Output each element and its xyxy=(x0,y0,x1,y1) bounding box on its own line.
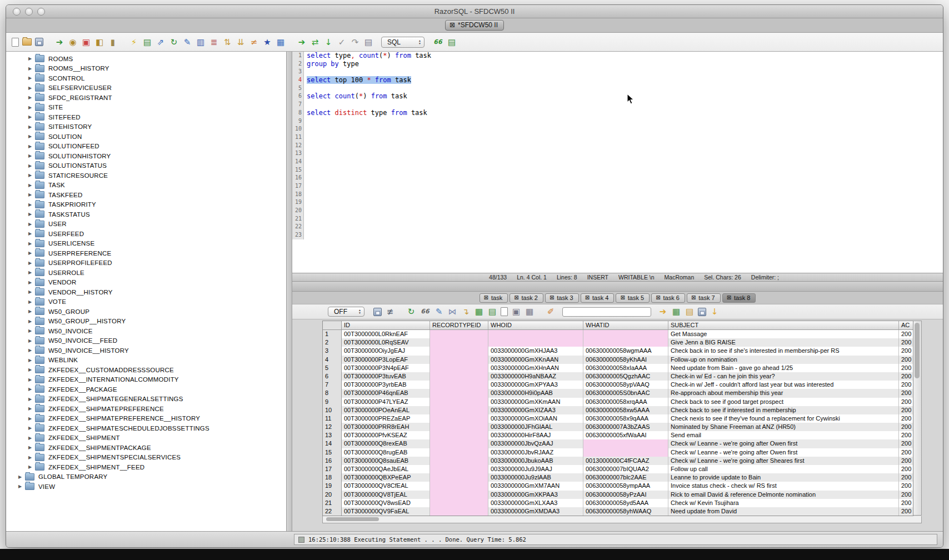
customize-columns-icon[interactable]: ≢ xyxy=(385,307,395,317)
redo-arrow-icon[interactable]: ↷ xyxy=(350,37,360,47)
table-row[interactable]: 400T3000000P3LopEAF0033000000GmXKnAAN006… xyxy=(323,356,913,364)
tree-item-taskpriority[interactable]: ▶TASKPRIORITY xyxy=(6,200,286,210)
export-doc-icon[interactable]: ⇗ xyxy=(156,37,166,47)
tree-item-zkfedex-package[interactable]: ▶ZKFEDEX__PACKAGE xyxy=(6,384,286,394)
table-row[interactable]: 900T3000000P47LYEAZ0033000000GmXKmAAN006… xyxy=(323,398,913,406)
disclosure-triangle-icon[interactable]: ▶ xyxy=(28,114,35,119)
join-view-icon[interactable]: ⋈ xyxy=(447,307,457,317)
disclosure-triangle-icon[interactable]: ▶ xyxy=(28,241,35,246)
download-icon[interactable]: ↓ xyxy=(710,307,720,317)
tree-item-zkfedex-shipmategeneralsettings[interactable]: ▶ZKFEDEX__SHIPMATEGENERALSETTINGS xyxy=(6,394,286,404)
table-row[interactable]: 1800T3000000QBXPeEAP0033000000Ju9zlAAB00… xyxy=(323,473,913,482)
disclosure-triangle-icon[interactable]: ▶ xyxy=(28,144,35,149)
results-list-icon[interactable]: ▤ xyxy=(447,37,457,47)
horizontal-scrollbar-thumb[interactable] xyxy=(326,517,379,521)
disclosure-triangle-icon[interactable]: ▶ xyxy=(28,406,35,411)
table-transfer-icon[interactable]: ▦ xyxy=(276,37,286,47)
copy-rows-icon[interactable]: ▣ xyxy=(511,307,521,317)
table-row[interactable]: 1600T3000000Q8sauEAB0033000000JbukoAAB00… xyxy=(323,457,913,465)
db-disconnect-icon[interactable]: ▣ xyxy=(81,37,91,47)
db-commit-icon[interactable]: ◉ xyxy=(68,37,78,47)
sql-editor[interactable]: 1select type, count(*) from task2group b… xyxy=(292,52,943,273)
result-tab-task-5[interactable]: ⊠task 5 xyxy=(616,293,650,303)
result-tab-task[interactable]: ⊠task xyxy=(480,293,508,303)
disclosure-triangle-icon[interactable]: ▶ xyxy=(28,348,35,353)
close-result-tab-icon[interactable]: ⊠ xyxy=(620,295,625,301)
tree-item-w50-group-history[interactable]: ▶W50_GROUP__HISTORY xyxy=(6,317,286,327)
disclosure-triangle-icon[interactable]: ▶ xyxy=(28,56,35,61)
sql-mode-select[interactable]: SQL ▲▼ xyxy=(381,37,424,48)
tree-item-scontrol[interactable]: ▶SCONTROL xyxy=(6,73,286,83)
close-result-tab-icon[interactable]: ⊠ xyxy=(514,295,518,301)
results-search-input[interactable] xyxy=(562,307,651,317)
tree-item-userprofilefeed[interactable]: ▶USERPROFILEFEED xyxy=(6,258,286,268)
save-results-icon[interactable] xyxy=(373,308,382,316)
view-data-glasses-icon[interactable]: 66 xyxy=(432,37,443,47)
title-bar[interactable]: RazorSQL - SFDCW50 II xyxy=(6,5,943,18)
table-row[interactable]: 1300T3000000PfvKSEAZ0033000000HirF8AAJ00… xyxy=(323,431,913,439)
tree-item-w50-invoice[interactable]: ▶W50_INVOICE xyxy=(6,326,286,336)
result-tab-task-6[interactable]: ⊠task 6 xyxy=(651,293,685,303)
reload-table-icon[interactable]: ▦ xyxy=(474,307,484,317)
tree-item-userlicense[interactable]: ▶USERLICENSE xyxy=(6,239,286,249)
disclosure-triangle-icon[interactable]: ▶ xyxy=(28,455,35,460)
edit-table-icon[interactable]: ▦ xyxy=(671,307,681,317)
column-header-recordtypeid[interactable]: RECORDTYPEID xyxy=(430,321,488,329)
disclosure-triangle-icon[interactable]: ▶ xyxy=(28,251,35,256)
validate-check-icon[interactable]: ✓ xyxy=(337,37,347,47)
table-row[interactable]: 2100T3000000QV8wsEAD0033000000GmXLXAA300… xyxy=(323,499,913,507)
disclosure-triangle-icon[interactable]: ▶ xyxy=(28,183,35,188)
log-doc-icon[interactable]: ▤ xyxy=(363,37,373,47)
result-tab-task-8[interactable]: ⊠task 8 xyxy=(722,293,756,303)
tree-item-vendor[interactable]: ▶VENDOR xyxy=(6,278,286,288)
tree-item-zkfedex-shipment[interactable]: ▶ZKFEDEX__SHIPMENT xyxy=(6,433,286,443)
tree-item-user[interactable]: ▶USER xyxy=(6,219,286,229)
disclosure-triangle-icon[interactable]: ▶ xyxy=(28,222,35,227)
sort-asc-icon[interactable]: ⇅ xyxy=(222,37,232,47)
disclosure-triangle-icon[interactable]: ▶ xyxy=(28,86,35,91)
book-icon[interactable]: ▥ xyxy=(196,37,206,47)
reload-doc-icon[interactable]: ↻ xyxy=(169,37,179,47)
tree-item-weblink[interactable]: ▶WEBLINK xyxy=(6,356,286,366)
disclosure-triangle-icon[interactable]: ▶ xyxy=(28,270,35,275)
tree-item-taskfeed[interactable]: ▶TASKFEED xyxy=(6,190,286,200)
notes-icon[interactable]: ▤ xyxy=(685,307,695,317)
sort-desc-icon[interactable]: ⇊ xyxy=(236,37,246,47)
copy-table-icon[interactable]: ▦ xyxy=(525,307,535,317)
disclosure-triangle-icon[interactable]: ▶ xyxy=(28,464,35,469)
tree-item-w50-group[interactable]: ▶W50_GROUP xyxy=(6,307,286,317)
database-tree-panel[interactable]: ▶ROOMS▶ROOMS__HISTORY▶SCONTROL▶SELFSERVI… xyxy=(6,52,287,531)
table-row[interactable]: 500T3000000P3N4pEAF0033000000GmXHnAAN006… xyxy=(323,364,913,372)
disclosure-triangle-icon[interactable]: ▶ xyxy=(28,377,35,382)
result-tab-task-3[interactable]: ⊠task 3 xyxy=(545,293,579,303)
tree-item-userpreference[interactable]: ▶USERPREFERENCE xyxy=(6,248,286,258)
disclosure-triangle-icon[interactable]: ▶ xyxy=(28,319,35,324)
execute-sql-lightning-icon[interactable]: ⚡ xyxy=(129,37,139,47)
edit-cell-icon[interactable]: ✎ xyxy=(434,307,444,317)
table-row[interactable]: 1200T3000000PRR8rEAH0033000000JFhGlAAL00… xyxy=(323,423,913,431)
disclosure-triangle-icon[interactable]: ▶ xyxy=(28,134,35,139)
close-result-tab-icon[interactable]: ⊠ xyxy=(550,295,554,301)
tree-item-solutionhistory[interactable]: ▶SOLUTIONHISTORY xyxy=(6,151,286,161)
disclosure-triangle-icon[interactable]: ▶ xyxy=(28,280,35,285)
disclosure-triangle-icon[interactable]: ▶ xyxy=(28,387,35,392)
history-list-icon[interactable]: ≣ xyxy=(209,37,219,47)
db-capsule-icon[interactable]: ▮ xyxy=(108,37,118,47)
save-grid-icon[interactable] xyxy=(698,308,706,316)
close-result-tab-icon[interactable]: ⊠ xyxy=(484,295,488,301)
result-tab-task-7[interactable]: ⊠task 7 xyxy=(687,293,721,303)
favorites-star-icon[interactable]: ★ xyxy=(262,37,272,47)
tree-item-zkfedex-internationalcommodity[interactable]: ▶ZKFEDEX__INTERNATIONALCOMMODITY xyxy=(6,375,286,385)
table-row[interactable]: 1900T3000000QV8CfEAL0033000000GmXM7AAN00… xyxy=(323,482,913,490)
close-document-icon[interactable]: ⊠ xyxy=(449,22,455,28)
disclosure-triangle-icon[interactable]: ▶ xyxy=(28,153,35,158)
tree-item-selfserviceuser[interactable]: ▶SELFSERVICEUSER xyxy=(6,83,286,93)
disclosure-triangle-icon[interactable]: ▶ xyxy=(28,105,35,110)
disclosure-triangle-icon[interactable]: ▶ xyxy=(18,474,25,479)
disclosure-triangle-icon[interactable]: ▶ xyxy=(28,328,35,333)
go-arrow-icon[interactable]: ➔ xyxy=(297,37,307,47)
zoom-window-icon[interactable] xyxy=(37,8,45,16)
close-result-tab-icon[interactable]: ⊠ xyxy=(691,295,696,301)
tree-item-vote[interactable]: ▶VOTE xyxy=(6,297,286,307)
result-tab-task-2[interactable]: ⊠task 2 xyxy=(510,293,543,303)
